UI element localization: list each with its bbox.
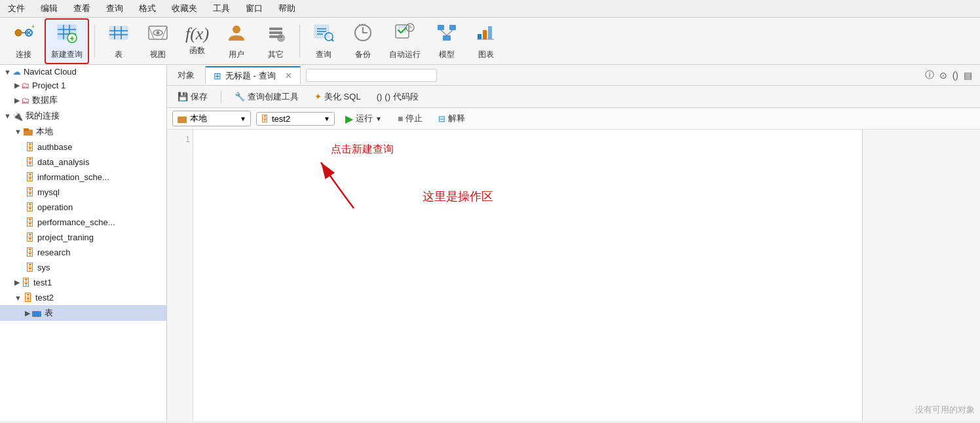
toolbar-model[interactable]: 模型 [428,20,465,63]
toolbar-backup[interactable]: 备份 [345,20,381,63]
toolbar-view[interactable]: 视图 [140,20,176,63]
menu-edit[interactable]: 编辑 [38,1,60,16]
menu-bar: 文件 编辑 查看 查询 格式 收藏夹 工具 窗口 帮助 [0,0,980,18]
cloud-icon: ☁ [12,67,21,77]
svg-rect-39 [438,25,444,30]
db-data-analysis-icon: 🗄 [25,156,35,168]
sidebar-db-sys[interactable]: 🗄 sys [0,260,166,275]
menu-format[interactable]: 格式 [136,1,159,16]
sidebar-db-performance-schema[interactable]: 🗄 performance_sche... [0,215,166,230]
eye-icon[interactable]: ⊙ [939,70,947,81]
toolbar-query[interactable]: 查询 [305,20,342,63]
function-icon: f(x) [185,26,209,43]
menu-view[interactable]: 查看 [71,1,93,16]
tab-search-input[interactable] [306,69,437,82]
myconn-label: 我的连接 [26,110,60,122]
run-label: 运行 [356,113,373,124]
db-select[interactable]: 🗄 test2 ▼ [256,112,335,126]
beautify-button[interactable]: ✦ 美化 SQL [309,90,366,104]
chart-icon [476,22,497,46]
tab-query-close[interactable]: ✕ [285,71,292,81]
project-icon: 🗂 [21,81,29,90]
database-label: 数据库 [32,94,58,106]
menu-help[interactable]: 帮助 [276,1,298,16]
db-operation-label: operation [37,202,73,212]
sidebar-db-data-analysis[interactable]: 🗄 data_analysis [0,155,166,170]
backup-icon [352,22,373,46]
sidebar-database[interactable]: ▶ 🗂 数据库 [0,92,166,108]
local-label: 本地 [36,126,53,138]
conn-bar: 本地 ▼ 🗄 test2 ▼ ▶ 运行 ▼ ■ 停止 ⊟ [167,108,980,130]
toolbar-new-query[interactable]: + 新建查询 [45,18,89,64]
function-label: 函数 [189,45,205,56]
menu-window[interactable]: 窗口 [243,1,265,16]
sidebar-table-folder[interactable]: ▶ 表 [0,305,166,321]
sidebar-db-project-traning[interactable]: 🗄 project_traning [0,230,166,245]
editor-area: 1 点击新建查询 这里是操作区 [167,130,980,421]
toolbar-auto[interactable]: 自动运行 [384,20,426,63]
sidebar-local[interactable]: ▼ 本地 [0,124,166,139]
menu-tools[interactable]: 工具 [210,1,233,16]
right-panel: 没有可用的对象 [862,130,980,421]
database-expand-arrow: ▶ [14,96,20,105]
stop-button[interactable]: ■ 停止 [392,111,428,126]
editor-content[interactable]: 点击新建查询 这里是操作区 [193,130,862,421]
svg-line-43 [447,30,453,35]
db-performance-schema-icon: 🗄 [25,217,35,228]
explain-button[interactable]: ⊟ 解释 [433,111,470,126]
svg-rect-40 [449,25,456,30]
line-numbers: 1 [167,130,193,421]
svg-text:···: ··· [279,35,284,42]
svg-rect-49 [24,128,29,131]
tab-search-area [301,66,917,84]
db-research-label: research [37,248,71,257]
sidebar-db-test2[interactable]: ▼ 🗄 test2 [0,290,166,305]
svg-rect-25 [269,31,282,34]
sidebar-navicat-cloud[interactable]: ▼ ☁ Navicat Cloud [0,65,166,79]
svg-text:+: + [70,33,75,43]
navicat-cloud-label: Navicat Cloud [24,67,77,77]
run-arrow: ▼ [375,115,382,122]
layout-icon[interactable]: ▤ [964,70,972,81]
snippet-button[interactable]: () () 代码段 [371,90,424,104]
no-object-label: 没有可用的对象 [915,404,975,416]
local-select[interactable]: 本地 ▼ [172,111,251,126]
sidebar-project1[interactable]: ▶ 🗂 Project 1 [0,79,166,92]
sidebar-db-operation[interactable]: 🗄 operation [0,200,166,215]
save-button[interactable]: 💾 保存 [172,90,213,104]
table-folder-icon [31,308,42,319]
svg-rect-45 [483,30,487,39]
tab-bar: 对象 ⊞ 无标题 - 查询 ✕ ⓘ ⊙ () ▤ [167,65,980,86]
toolbar-user[interactable]: 用户 [218,20,255,63]
toolbar-other[interactable]: ··· 其它 [257,20,294,63]
info-icon[interactable]: ⓘ [925,69,934,81]
svg-rect-24 [269,28,282,30]
run-button[interactable]: ▶ 运行 ▼ [340,111,387,126]
toolbar-chart[interactable]: 图表 [468,20,504,63]
db-select-label: test2 [272,114,290,124]
toolbar-function[interactable]: f(x) 函数 [179,23,216,59]
db-authbase-icon: 🗄 [25,141,35,153]
sidebar-db-authbase[interactable]: 🗄 authbase [0,139,166,155]
save-label: 保存 [191,91,208,103]
svg-point-20 [157,31,160,34]
run-play-icon: ▶ [345,113,353,125]
tab-object[interactable]: 对象 [167,67,206,84]
toolbar-table[interactable]: 表 [100,20,137,63]
menu-file[interactable]: 文件 [5,1,28,16]
sidebar-db-information-schema[interactable]: 🗄 information_sche... [0,170,166,185]
connect-label: 连接 [16,49,31,60]
model-label: 模型 [439,49,455,60]
query-builder-button[interactable]: 🔧 查询创建工具 [229,90,304,104]
tab-query[interactable]: ⊞ 无标题 - 查询 ✕ [206,66,301,84]
sidebar-db-research[interactable]: 🗄 research [0,245,166,260]
sidebar-db-test1[interactable]: ▶ 🗄 test1 [0,275,166,290]
menu-favorites[interactable]: 收藏夹 [169,1,200,16]
toolbar-connect[interactable]: + 连接 [5,20,42,63]
sidebar-my-conn[interactable]: ▼ 🔌 我的连接 [0,108,166,124]
sidebar: ▼ ☁ Navicat Cloud ▶ 🗂 Project 1 ▶ 🗂 数据库 … [0,65,167,421]
bracket-icon[interactable]: () [952,70,958,81]
sidebar-db-mysql[interactable]: 🗄 mysql [0,185,166,200]
other-label: 其它 [268,49,284,60]
menu-query[interactable]: 查询 [104,1,126,16]
